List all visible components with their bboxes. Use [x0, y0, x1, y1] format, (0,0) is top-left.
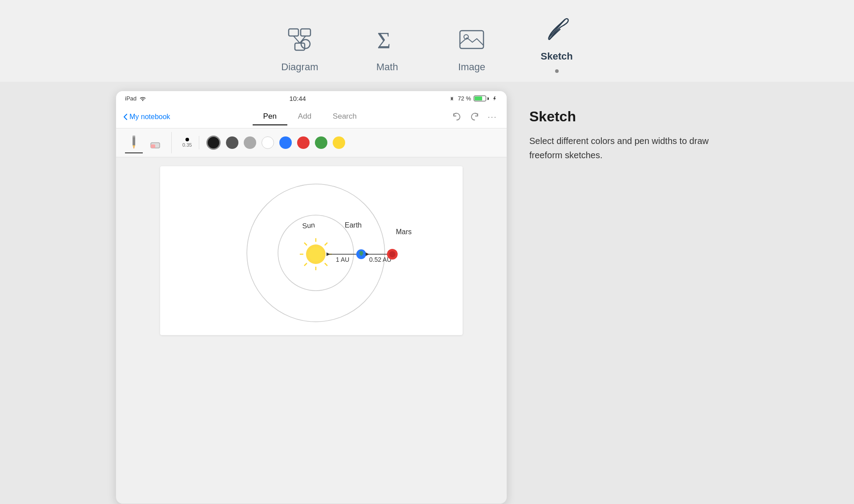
status-right: 72 % — [449, 95, 498, 102]
svg-point-40 — [389, 251, 395, 257]
math-icon: Σ — [371, 24, 403, 55]
toolbar-item-math[interactable]: Σ Math — [345, 24, 429, 82]
nav-tab-add[interactable]: Add — [287, 108, 322, 125]
active-indicator — [555, 69, 559, 73]
math-label: Math — [376, 61, 398, 73]
pen-toolbar: 0.35 — [116, 128, 507, 157]
panel-description: Select different colors and pen widths t… — [529, 134, 716, 162]
color-white[interactable] — [262, 136, 274, 149]
redo-icon — [470, 112, 479, 122]
svg-rect-14 — [151, 144, 155, 148]
right-panel: Sketch Select different colors and pen w… — [507, 91, 738, 504]
nav-tabs: Pen Add Search — [170, 108, 450, 125]
svg-line-27 — [304, 263, 307, 266]
more-button[interactable]: ··· — [485, 110, 500, 124]
svg-marker-11 — [133, 147, 135, 149]
svg-text:Sun: Sun — [302, 221, 315, 230]
wifi-icon — [139, 96, 146, 101]
svg-rect-12 — [133, 136, 135, 137]
top-toolbar: Diagram Σ Math Image Ske — [0, 0, 854, 82]
svg-rect-7 — [460, 31, 483, 48]
svg-line-28 — [325, 263, 327, 266]
pencil-icon — [129, 135, 139, 151]
svg-text:Mars: Mars — [396, 228, 412, 236]
color-light-gray[interactable] — [244, 136, 256, 149]
back-label: My notebook — [129, 113, 170, 121]
pen-tool-pencil[interactable] — [125, 132, 143, 153]
back-chevron-icon — [123, 113, 128, 120]
svg-text:Earth: Earth — [345, 221, 362, 229]
sketch-label: Sketch — [540, 51, 572, 62]
undo-icon — [452, 112, 462, 122]
charging-icon — [491, 96, 498, 102]
color-red[interactable] — [297, 136, 310, 149]
main-content: iPad 10:44 72 % — [116, 91, 738, 504]
sketch-canvas[interactable]: Sun Earth Mars — [160, 166, 463, 335]
pen-size-selector[interactable]: 0.35 — [179, 136, 199, 149]
ipad-device: iPad 10:44 72 % — [116, 91, 507, 504]
battery-percent: 72 % — [458, 95, 471, 102]
svg-point-29 — [309, 247, 323, 261]
svg-rect-0 — [289, 29, 298, 36]
status-bar: iPad 10:44 72 % — [116, 91, 507, 106]
svg-line-26 — [325, 243, 327, 245]
image-icon — [456, 24, 487, 55]
svg-rect-1 — [301, 29, 310, 36]
pen-dot-preview — [185, 138, 189, 141]
toolbar-item-diagram[interactable]: Diagram — [254, 24, 345, 82]
device-name: iPad — [125, 95, 137, 102]
svg-line-3 — [294, 36, 300, 43]
sketch-icon — [541, 13, 572, 44]
color-yellow[interactable] — [333, 136, 345, 149]
diagram-icon — [284, 24, 315, 55]
canvas-area[interactable]: Sun Earth Mars — [116, 157, 507, 504]
pen-tool-eraser[interactable] — [146, 132, 164, 153]
color-black[interactable] — [206, 136, 221, 150]
svg-point-5 — [301, 40, 310, 48]
svg-rect-2 — [295, 43, 305, 50]
nav-back-button[interactable]: My notebook — [123, 113, 170, 121]
diagram-label: Diagram — [281, 61, 318, 73]
color-green[interactable] — [315, 136, 327, 149]
svg-line-25 — [304, 243, 307, 245]
bluetooth-icon — [449, 96, 455, 102]
svg-marker-31 — [326, 252, 330, 256]
solar-system-drawing: Sun Earth Mars — [160, 166, 463, 335]
undo-button[interactable] — [450, 110, 464, 124]
toolbar-item-image[interactable]: Image — [429, 24, 514, 82]
nav-bar: My notebook Pen Add Search — [116, 106, 507, 128]
nav-actions: ··· — [450, 110, 500, 124]
svg-marker-35 — [366, 252, 369, 256]
eraser-icon — [149, 138, 161, 151]
pen-size-value: 0.35 — [182, 142, 192, 148]
color-swatches — [206, 136, 345, 150]
status-time: 10:44 — [289, 95, 306, 102]
redo-button[interactable] — [467, 110, 482, 124]
panel-title: Sketch — [529, 108, 716, 125]
pen-tools — [125, 132, 172, 153]
image-label: Image — [458, 61, 485, 73]
svg-text:Σ: Σ — [377, 28, 391, 53]
nav-tab-pen[interactable]: Pen — [253, 108, 287, 125]
status-left: iPad — [125, 95, 146, 102]
color-blue[interactable] — [279, 136, 292, 149]
svg-rect-9 — [133, 136, 135, 145]
color-dark-gray[interactable] — [226, 136, 238, 149]
toolbar-item-sketch[interactable]: Sketch — [514, 13, 599, 82]
nav-tab-search[interactable]: Search — [322, 108, 367, 125]
battery-icon — [474, 96, 489, 101]
svg-text:1 AU: 1 AU — [336, 256, 349, 263]
